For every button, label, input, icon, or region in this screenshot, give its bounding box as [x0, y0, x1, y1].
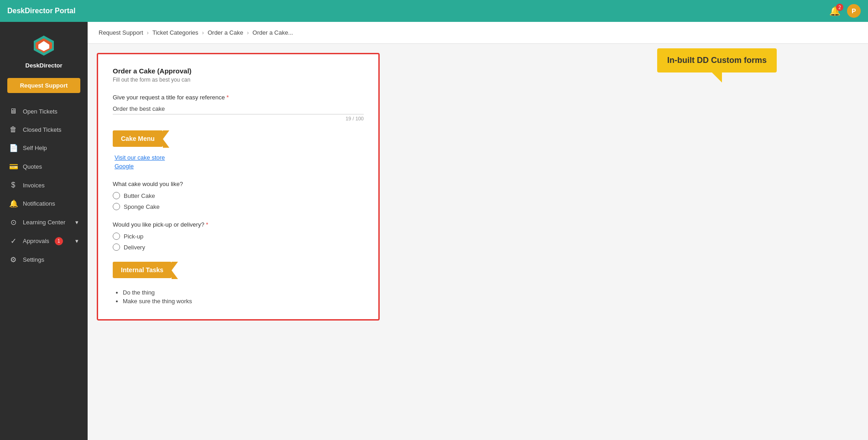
learning-icon: ⊙ [9, 218, 17, 227]
task-item-1: Do the thing [123, 289, 364, 296]
delivery-section: Would you like pick-up or delivery? * Pi… [113, 221, 364, 251]
callout-tooltip: In-built DD Custom forms [657, 48, 777, 72]
tasks-list: Do the thing Make sure the thing works [113, 289, 364, 305]
title-input[interactable] [113, 104, 364, 114]
sidebar-item-closed-tickets[interactable]: 🗑 Closed Tickets [0, 120, 88, 139]
breadcrumb-request-support[interactable]: Request Support [99, 29, 143, 36]
sponge-cake-radio[interactable] [113, 203, 120, 210]
content-area: Request Support › Ticket Categories › Or… [88, 22, 868, 440]
sidebar-item-self-help[interactable]: 📄 Self Help [0, 139, 88, 157]
breadcrumb-current: Order a Cake... [252, 29, 293, 36]
pickup-radio[interactable] [113, 233, 120, 240]
bell-badge: 2 [836, 4, 843, 11]
breadcrumb-sep-3: › [247, 29, 249, 36]
breadcrumb-ticket-categories[interactable]: Ticket Categories [152, 29, 199, 36]
user-avatar[interactable]: P [847, 4, 861, 18]
pickup-label: Pick-up [124, 233, 143, 240]
topbar: DeskDirector Portal 🔔 2 P [0, 0, 868, 22]
sidebar-item-quotes[interactable]: 💳 Quotes [0, 157, 88, 176]
sidebar-label-invoices: Invoices [23, 182, 45, 189]
sidebar: DeskDirector Request Support 🖥 Open Tick… [0, 22, 88, 440]
sidebar-logo-text: DeskDirector [26, 62, 63, 69]
form-card: Order a Cake (Approval) Fill out the for… [97, 53, 380, 321]
cake-menu-links: Visit our cake store Google [113, 154, 364, 170]
delivery-label: Would you like pick-up or delivery? * [113, 221, 364, 228]
task-item-2: Make sure the thing works [123, 298, 364, 305]
sidebar-item-open-tickets[interactable]: 🖥 Open Tickets [0, 102, 88, 120]
breadcrumb-sep-1: › [147, 29, 149, 36]
breadcrumb-sep-2: › [202, 29, 204, 36]
sidebar-label-approvals: Approvals [23, 238, 49, 244]
title-field-label: Give your request a title for easy refer… [113, 94, 364, 101]
topbar-icons: 🔔 2 P [829, 4, 861, 18]
sidebar-label-open-tickets: Open Tickets [23, 108, 58, 115]
required-marker: * [226, 94, 229, 101]
sidebar-item-settings[interactable]: ⚙ Settings [0, 250, 88, 269]
delivery-label: Delivery [124, 244, 145, 251]
dollar-icon: $ [9, 181, 17, 189]
chevron-down-icon: ▾ [75, 219, 78, 226]
sidebar-label-learning-center: Learning Center [23, 219, 65, 226]
title-field-section: Give your request a title for easy refer… [113, 94, 364, 121]
delivery-radio[interactable] [113, 243, 120, 251]
cake-choice-section: What cake would you like? Butter Cake Sp… [113, 181, 364, 210]
form-title: Order a Cake (Approval) [113, 67, 364, 75]
request-support-button[interactable]: Request Support [7, 78, 80, 93]
logo-icon [31, 33, 57, 58]
sidebar-label-self-help: Self Help [23, 145, 47, 151]
bell-button[interactable]: 🔔 2 [829, 5, 841, 16]
sponge-cake-label: Sponge Cake [124, 203, 160, 210]
approvals-icon: ✓ [9, 237, 17, 245]
topbar-title: DeskDirector Portal [7, 7, 75, 15]
sidebar-item-learning-center[interactable]: ⊙ Learning Center ▾ [0, 213, 88, 232]
form-subtitle: Fill out the form as best you can [113, 77, 364, 83]
cake-choice-label: What cake would you like? [113, 181, 364, 187]
google-link[interactable]: Google [115, 163, 364, 170]
butter-cake-label: Butter Cake [124, 192, 155, 199]
settings-icon: ⚙ [9, 255, 17, 264]
approvals-chevron-icon: ▾ [75, 238, 78, 244]
butter-cake-option[interactable]: Butter Cake [113, 192, 364, 199]
sidebar-item-approvals[interactable]: ✓ Approvals 1 ▾ [0, 232, 88, 250]
butter-cake-radio[interactable] [113, 192, 120, 199]
breadcrumb-order-cake[interactable]: Order a Cake [208, 29, 243, 36]
sponge-cake-option[interactable]: Sponge Cake [113, 203, 364, 210]
bell-sidebar-icon: 🔔 [9, 199, 17, 208]
visit-store-link[interactable]: Visit our cake store [115, 154, 364, 161]
sidebar-item-invoices[interactable]: $ Invoices [0, 176, 88, 194]
sidebar-label-settings: Settings [23, 256, 44, 263]
sidebar-logo: DeskDirector [0, 22, 88, 78]
sidebar-label-notifications: Notifications [23, 200, 55, 207]
monitor-icon: 🖥 [9, 107, 17, 115]
document-icon: 📄 [9, 144, 17, 152]
breadcrumb: Request Support › Ticket Categories › Or… [88, 22, 868, 44]
sidebar-item-notifications[interactable]: 🔔 Notifications [0, 194, 88, 213]
card-icon: 💳 [9, 162, 17, 171]
delivery-option[interactable]: Delivery [113, 243, 364, 251]
sidebar-label-closed-tickets: Closed Tickets [23, 126, 62, 133]
sidebar-nav: 🖥 Open Tickets 🗑 Closed Tickets 📄 Self H… [0, 102, 88, 269]
main-layout: DeskDirector Request Support 🖥 Open Tick… [0, 22, 868, 440]
pickup-option[interactable]: Pick-up [113, 233, 364, 240]
main-content: In-built DD Custom forms Order a Cake (A… [88, 44, 868, 440]
field-counter: 19 / 100 [113, 116, 364, 121]
trash-icon: 🗑 [9, 125, 17, 134]
delivery-required: * [206, 221, 208, 228]
internal-tasks-section: Internal Tasks Do the thing Make sure th… [113, 262, 364, 305]
sidebar-label-quotes: Quotes [23, 163, 42, 170]
cake-menu-section: Cake Menu Visit our cake store Google [113, 130, 364, 170]
internal-tasks-banner: Internal Tasks [113, 262, 172, 278]
approvals-badge: 1 [55, 237, 63, 245]
cake-menu-banner: Cake Menu [113, 130, 163, 147]
